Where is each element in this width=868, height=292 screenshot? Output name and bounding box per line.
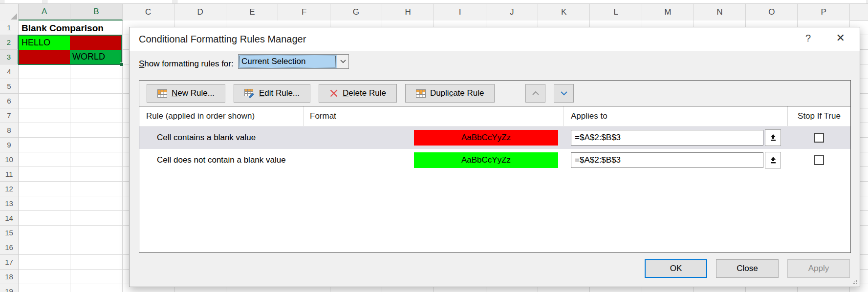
stop-if-true-checkbox[interactable] [814, 133, 824, 143]
row-headers: 12345678910111213141516171819 [0, 21, 19, 292]
delete-x-icon [329, 89, 338, 98]
column-header[interactable]: O [746, 4, 798, 21]
dialog-titlebar[interactable]: Conditional Formatting Rules Manager ? ✕ [130, 27, 860, 51]
header-stop-if-true: Stop If True [788, 106, 850, 126]
column-header[interactable]: I [434, 4, 486, 21]
close-button[interactable]: Close [716, 259, 779, 278]
applies-to-input[interactable]: =$A$2:$B$3 [571, 152, 763, 168]
column-header[interactable]: L [590, 4, 642, 21]
edit-rule-pencil-icon [244, 89, 255, 98]
row-header[interactable]: 11 [0, 167, 19, 182]
excel-window: ABCDEFGHIJKLMNOP 12345678910111213141516… [0, 0, 868, 292]
ok-button[interactable]: OK [645, 259, 707, 278]
header-rule: Rule (applied in order shown) [139, 106, 304, 126]
row-header[interactable]: 5 [0, 79, 19, 94]
dialog-title: Conditional Formatting Rules Manager [139, 34, 306, 45]
rules-toolbar: New Rule... Edit Rule... Delete Rul [139, 81, 850, 106]
resize-grip[interactable] [851, 278, 858, 285]
column-header[interactable]: F [278, 4, 330, 21]
row-header[interactable]: 4 [0, 64, 19, 79]
row-header[interactable]: 6 [0, 94, 19, 108]
rule-name: Cell does not contain a blank value [139, 155, 304, 165]
row-header[interactable]: 3 [0, 50, 19, 64]
row-header[interactable]: 16 [0, 240, 19, 255]
range-picker-button[interactable] [765, 129, 781, 146]
header-applies-to: Applies to [564, 106, 788, 126]
column-header[interactable]: D [174, 4, 226, 21]
edit-rule-button[interactable]: Edit Rule... [234, 84, 310, 103]
column-header[interactable]: N [694, 4, 746, 21]
column-header[interactable]: G [330, 4, 382, 21]
applies-to-input[interactable]: =$A$2:$B$3 [571, 130, 763, 146]
collapse-dialog-arrow-icon [769, 134, 777, 142]
new-rule-grid-icon [157, 89, 167, 98]
column-header[interactable]: A [19, 4, 70, 21]
column-header[interactable]: B [70, 4, 122, 21]
column-header[interactable]: J [486, 4, 538, 21]
row-header[interactable]: 14 [0, 211, 19, 226]
column-header[interactable]: K [538, 4, 590, 21]
formula-field-edge [177, 0, 867, 3]
rule-row-1[interactable]: Cell contains a blank value AaBbCcYyZz =… [139, 126, 850, 149]
row-header[interactable]: 19 [0, 284, 19, 292]
row-header[interactable]: 2 [0, 35, 19, 50]
cell-a2[interactable]: HELLO [19, 36, 70, 50]
rule-name: Cell contains a blank value [139, 133, 304, 143]
duplicate-rule-button[interactable]: Duplicate Rule [405, 84, 495, 103]
select-all-corner[interactable] [0, 4, 19, 21]
column-header[interactable]: E [226, 4, 278, 21]
move-rule-down-button[interactable] [554, 84, 574, 103]
column-header[interactable]: M [642, 4, 694, 21]
cell-a1-title[interactable]: Blank Comparison [20, 21, 120, 35]
chevron-up-icon [532, 91, 540, 96]
rule-format-cell: AaBbCcYyZz [304, 152, 564, 168]
row-header[interactable]: 9 [0, 138, 19, 152]
apply-button[interactable]: Apply [787, 259, 850, 278]
column-header[interactable]: P [798, 4, 849, 21]
cell-b3[interactable]: WORLD [70, 50, 121, 64]
conditional-formatting-rules-manager-dialog: Conditional Formatting Rules Manager ? ✕… [129, 27, 860, 287]
collapse-dialog-arrow-icon [769, 156, 777, 164]
move-rule-up-button[interactable] [525, 84, 545, 103]
dropdown-chevron-button[interactable] [337, 55, 348, 68]
column-header[interactable]: C [123, 4, 174, 21]
format-preview-swatch: AaBbCcYyZz [414, 152, 558, 168]
row-header[interactable]: 18 [0, 270, 19, 284]
row-header[interactable]: 10 [0, 152, 19, 167]
row-header[interactable]: 13 [0, 196, 19, 211]
delete-rule-button[interactable]: Delete Rule [319, 84, 397, 103]
stop-if-true-cell [788, 155, 850, 165]
rule-row-2[interactable]: Cell does not contain a blank value AaBb… [139, 149, 850, 171]
help-button[interactable]: ? [805, 33, 811, 44]
dialog-footer-buttons: OK Close Apply [645, 259, 850, 278]
formula-bar-edge [0, 0, 868, 4]
cell-a3[interactable] [19, 50, 70, 64]
cell-b2[interactable] [70, 36, 121, 50]
show-rules-dropdown[interactable]: Current Selection [238, 54, 349, 69]
stop-if-true-checkbox[interactable] [814, 155, 824, 165]
row-header[interactable]: 17 [0, 255, 19, 270]
close-icon[interactable]: ✕ [836, 32, 845, 44]
row-header[interactable]: 7 [0, 108, 19, 123]
name-box-edge [4, 0, 43, 3]
dropdown-value: Current Selection [239, 55, 337, 68]
show-rules-label: Show formatting rules for: [139, 57, 234, 71]
rules-panel: New Rule... Edit Rule... Delete Rul [139, 80, 851, 253]
range-picker-button[interactable] [765, 152, 781, 168]
row-header[interactable]: 1 [0, 21, 19, 35]
rules-table-header: Rule (applied in order shown) Format App… [139, 106, 850, 126]
new-rule-button[interactable]: New Rule... [147, 84, 225, 103]
header-format: Format [304, 106, 564, 126]
row-header[interactable]: 12 [0, 182, 19, 196]
fx-box-edge [47, 0, 173, 3]
column-header-row: ABCDEFGHIJKLMNOP [0, 4, 868, 21]
select-all-triangle-icon [11, 13, 17, 20]
row-header[interactable]: 8 [0, 123, 19, 138]
duplicate-rule-grid-icon [416, 89, 426, 98]
chevron-down-icon [340, 60, 346, 63]
rule-applies-cell: =$A$2:$B$3 [564, 152, 788, 168]
column-headers: ABCDEFGHIJKLMNOP [19, 4, 850, 21]
rule-format-cell: AaBbCcYyZz [304, 130, 564, 146]
row-header[interactable]: 15 [0, 226, 19, 240]
column-header[interactable]: H [382, 4, 434, 21]
